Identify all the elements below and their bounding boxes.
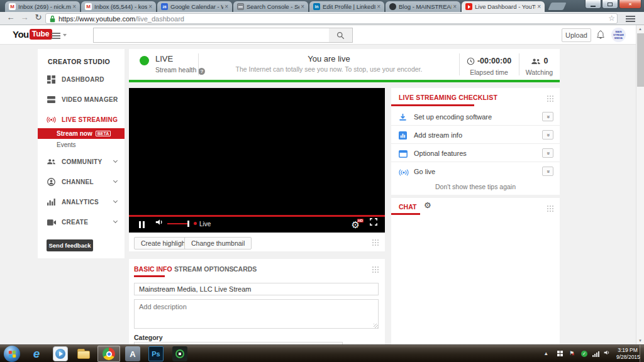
tray-volume-icon[interactable] xyxy=(604,349,611,357)
chevron-down-icon xyxy=(113,158,118,163)
tray-windows-icon[interactable] xyxy=(557,351,563,356)
tab-blog[interactable]: Blog - MAINSTREAM MED × xyxy=(386,1,460,12)
tab-close-icon[interactable]: × xyxy=(71,4,77,10)
broadcast-icon xyxy=(399,167,409,178)
upload-button[interactable]: Upload xyxy=(562,28,591,42)
window-maximize-button[interactable] xyxy=(602,0,618,9)
tab-basic-info[interactable]: BASIC INFO xyxy=(134,265,172,273)
tab-close-icon[interactable]: × xyxy=(452,4,458,10)
youtube-icon xyxy=(465,3,472,10)
chrome-menu-icon[interactable] xyxy=(626,16,635,23)
player-card: Live ⚙ HD Create highlight Change thumbn… xyxy=(129,88,385,251)
drag-handle-icon[interactable] xyxy=(372,239,374,241)
tray-action-center-flag-icon[interactable]: ⚑× xyxy=(569,350,574,356)
expand-icon[interactable]: » xyxy=(542,167,553,176)
fullscreen-icon[interactable] xyxy=(370,217,377,228)
tab-calendar[interactable]: 28 Google Calendar - Week × xyxy=(157,1,232,12)
address-bar[interactable]: https://www.youtube.com/live_dashboard xyxy=(45,13,618,24)
notifications-bell-icon[interactable] xyxy=(596,30,606,42)
bookmark-star-icon[interactable]: ☆ xyxy=(608,14,615,23)
youtube-logo[interactable]: You Tube xyxy=(13,29,52,40)
stream-info-card: BASIC INFO STREAM OPTIONS CARDS Category xyxy=(129,259,385,344)
elapsed-time-value: -00:00:00 xyxy=(477,57,511,65)
taskbar-explorer-icon[interactable] xyxy=(76,346,91,361)
new-tab-button[interactable] xyxy=(548,3,566,10)
change-thumbnail-button[interactable]: Change thumbnail xyxy=(184,237,252,250)
sidebar-item-community[interactable]: COMMUNITY xyxy=(47,157,119,167)
reload-icon[interactable]: ↻ xyxy=(33,13,44,22)
search-button[interactable] xyxy=(329,28,353,43)
taskbar-app-a-icon[interactable]: A xyxy=(125,346,140,361)
guide-hamburger-icon[interactable] xyxy=(52,33,60,40)
sidebar-item-live-streaming[interactable]: LIVE STREAMING xyxy=(47,115,119,124)
resize-grip-icon[interactable] xyxy=(374,324,378,328)
sidebar-item-dashboard[interactable]: DASHBOARD xyxy=(47,75,119,84)
volume-slider[interactable] xyxy=(167,223,188,224)
tab-close-icon[interactable]: × xyxy=(299,4,306,10)
page-scrollbar[interactable]: ▲ ▼ xyxy=(636,25,644,344)
tab-search-console[interactable]: Search Console - Search A × xyxy=(233,1,308,12)
tab-cards[interactable]: CARDS xyxy=(233,265,257,273)
taskbar-chrome-icon[interactable] xyxy=(101,346,116,361)
tab-close-icon[interactable]: × xyxy=(147,4,153,10)
start-button[interactable] xyxy=(4,346,20,362)
window-minimize-button[interactable] xyxy=(585,0,601,9)
show-desktop-button[interactable] xyxy=(640,345,644,362)
tray-antivirus-icon[interactable]: ✓ xyxy=(581,351,587,357)
taskbar-photoshop-icon[interactable]: Ps xyxy=(148,346,164,361)
chat-settings-gear-icon[interactable]: ⚙ xyxy=(424,200,431,210)
checklist-item-stream-info[interactable]: Add stream info » xyxy=(391,126,560,144)
watching-label: Watching xyxy=(519,69,560,76)
taskbar-clock[interactable]: 3:19 PM 9/28/2015 xyxy=(616,347,639,361)
drag-handle-icon[interactable] xyxy=(547,96,548,97)
sidebar-item-events[interactable]: Events xyxy=(57,141,76,148)
scroll-down-icon[interactable]: ▼ xyxy=(636,339,644,343)
back-icon[interactable]: ← xyxy=(5,13,16,22)
player-progress-bar[interactable] xyxy=(129,215,385,217)
tab-close-icon[interactable]: × xyxy=(223,4,230,10)
volume-icon[interactable] xyxy=(155,217,164,228)
expand-icon[interactable]: » xyxy=(542,148,553,158)
active-tab-underline xyxy=(134,275,165,277)
checklist-item-optional-features[interactable]: Optional features » xyxy=(391,144,560,162)
window-close-button[interactable]: × xyxy=(619,0,641,9)
tab-gmail-2[interactable]: M Inbox (65,544) - kosher.ba × xyxy=(81,1,156,12)
taskbar-app-green-icon[interactable] xyxy=(172,346,187,361)
description-textarea[interactable] xyxy=(134,299,379,329)
scroll-up-icon[interactable]: ▲ xyxy=(636,27,644,31)
pause-button[interactable] xyxy=(139,221,145,228)
checklist-item-label: Go live xyxy=(414,168,435,175)
scrollbar-thumb[interactable] xyxy=(637,33,644,87)
tab-close-icon[interactable]: × xyxy=(536,4,542,10)
sidebar-item-create[interactable]: CREATE xyxy=(47,217,119,227)
tab-gmail-1[interactable]: M Inbox (269) - nick.mainstr × xyxy=(5,1,80,12)
send-feedback-button[interactable]: Send feedback xyxy=(47,239,93,251)
expand-icon[interactable]: » xyxy=(542,112,553,121)
checklist-item-go-live[interactable]: Go live » xyxy=(391,162,560,180)
account-avatar[interactable]: MAIN STREAM MEDIA xyxy=(611,28,626,42)
video-player[interactable]: Live ⚙ HD xyxy=(129,88,385,233)
tab-stream-options[interactable]: STREAM OPTIONS xyxy=(174,265,234,273)
taskbar-media-player-icon[interactable] xyxy=(53,346,68,361)
sidebar-item-channel[interactable]: CHANNEL xyxy=(47,177,119,187)
tab-linkedin[interactable]: in Edit Profile | LinkedIn × xyxy=(309,1,384,12)
stream-title-input[interactable] xyxy=(134,283,379,295)
dismiss-tips-link[interactable]: Don't show these tips again xyxy=(391,183,560,190)
tray-network-icon[interactable] xyxy=(592,351,599,357)
sidebar-item-analytics[interactable]: ANALYTICS xyxy=(47,197,119,207)
guide-caret-icon xyxy=(63,34,67,36)
drag-handle-icon[interactable] xyxy=(372,266,374,268)
forward-icon[interactable]: → xyxy=(19,13,30,22)
drag-handle-icon[interactable] xyxy=(547,206,548,207)
expand-icon[interactable]: » xyxy=(542,130,553,140)
tab-youtube-active[interactable]: Live Dashboard - YouTub × xyxy=(462,1,545,12)
volume-slider-handle[interactable] xyxy=(187,221,189,227)
sidebar-title: CREATOR STUDIO xyxy=(48,58,110,65)
search-input[interactable] xyxy=(93,28,330,43)
sidebar-item-stream-now-selected[interactable]: Stream now BETA xyxy=(38,128,125,139)
sidebar-item-video-manager[interactable]: VIDEO MANAGER xyxy=(47,95,119,104)
tab-close-icon[interactable]: × xyxy=(375,4,382,10)
tray-hidden-icons-caret[interactable]: ▴ xyxy=(545,350,548,356)
checklist-item-encoding[interactable]: Set up encoding software » xyxy=(391,107,560,126)
taskbar-ie-icon[interactable]: e xyxy=(29,346,44,361)
